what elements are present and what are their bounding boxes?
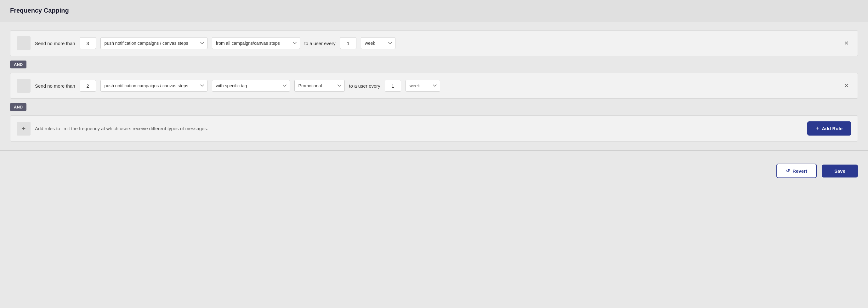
page-container: Frequency Capping Send no more than push… bbox=[0, 0, 868, 185]
save-button[interactable]: Save bbox=[822, 165, 858, 177]
and-badge-1: AND bbox=[10, 60, 26, 68]
rule-count-input-2[interactable] bbox=[80, 80, 96, 92]
add-rule-plus-icon[interactable]: + bbox=[17, 122, 31, 136]
rule-delete-btn-2[interactable]: ✕ bbox=[842, 82, 851, 90]
to-user-every-label-2: to a user every bbox=[349, 83, 380, 89]
rule-row-2: Send no more than push notification camp… bbox=[10, 73, 858, 99]
add-rule-button[interactable]: + Add Rule bbox=[807, 121, 851, 136]
rule-message-type-select-1[interactable]: push notification campaigns / canvas ste… bbox=[100, 37, 208, 49]
rule-row-1: Send no more than push notification camp… bbox=[10, 30, 858, 56]
page-header: Frequency Capping bbox=[0, 0, 868, 22]
send-no-more-label-2: Send no more than bbox=[35, 83, 75, 89]
rule-period-select-2[interactable]: day week month bbox=[405, 80, 440, 92]
footer: ↻ Revert Save bbox=[0, 157, 868, 185]
add-rule-btn-label: Add Rule bbox=[822, 126, 842, 131]
to-user-every-label-1: to a user every bbox=[305, 41, 336, 46]
revert-label: Revert bbox=[793, 168, 807, 174]
rule-message-type-select-2[interactable]: push notification campaigns / canvas ste… bbox=[100, 80, 208, 92]
rule-handle-1 bbox=[17, 36, 31, 50]
rules-content: Send no more than push notification camp… bbox=[0, 22, 868, 150]
rule-filter-select-1[interactable]: from all campaigns/canvas steps with spe… bbox=[212, 37, 300, 49]
add-rule-plus-symbol: + bbox=[816, 125, 819, 132]
page-title: Frequency Capping bbox=[10, 7, 69, 14]
add-rule-placeholder: Add rules to limit the frequency at whic… bbox=[35, 126, 803, 131]
rule-count-input-1[interactable] bbox=[80, 37, 96, 49]
footer-divider bbox=[0, 150, 868, 151]
rule-frequency-input-2[interactable] bbox=[385, 80, 401, 92]
rule-filter-select-2[interactable]: from all campaigns/canvas steps with spe… bbox=[212, 80, 290, 92]
rule-delete-btn-1[interactable]: ✕ bbox=[842, 39, 851, 47]
and-badge-2: AND bbox=[10, 103, 26, 111]
rule-tag-select-2[interactable]: Promotional Transactional Newsletter bbox=[294, 80, 345, 92]
rule-frequency-input-1[interactable] bbox=[340, 37, 356, 49]
rule-handle-2 bbox=[17, 79, 31, 93]
add-rule-row: + Add rules to limit the frequency at wh… bbox=[10, 115, 858, 142]
save-label: Save bbox=[834, 168, 845, 174]
revert-button[interactable]: ↻ Revert bbox=[776, 164, 817, 178]
revert-icon: ↻ bbox=[786, 168, 790, 174]
rule-period-select-1[interactable]: day week month bbox=[361, 37, 396, 49]
send-no-more-label-1: Send no more than bbox=[35, 41, 75, 46]
